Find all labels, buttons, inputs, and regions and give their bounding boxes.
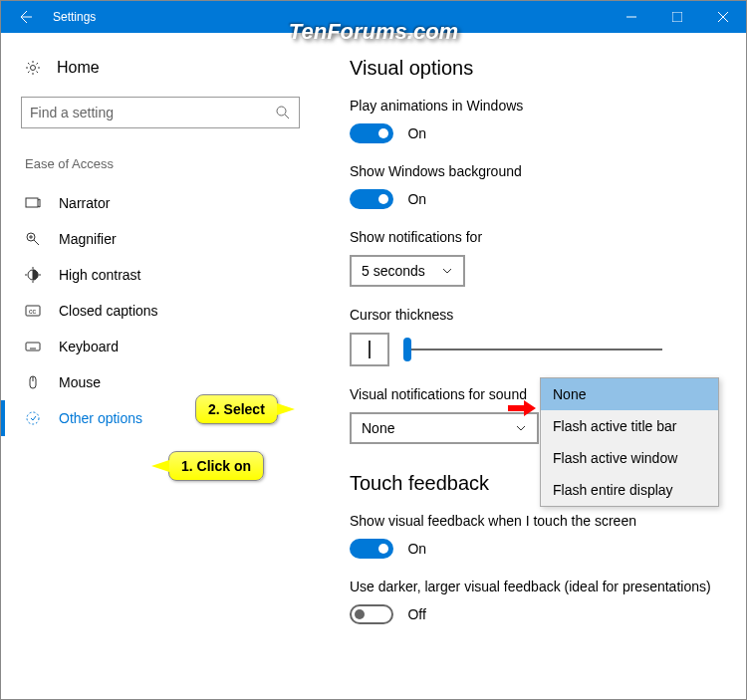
callout-select: 2. Select bbox=[195, 394, 278, 424]
popup-option-flash-titlebar[interactable]: Flash active title bar bbox=[541, 410, 718, 442]
cursor-thickness-label: Cursor thickness bbox=[350, 307, 716, 323]
toggle-state: On bbox=[407, 191, 426, 207]
maximize-button[interactable] bbox=[654, 1, 700, 33]
toggle-state: On bbox=[407, 541, 426, 557]
svg-line-9 bbox=[34, 240, 39, 245]
sidebar-item-narrator[interactable]: Narrator bbox=[21, 185, 300, 221]
mouse-icon bbox=[25, 374, 41, 390]
popup-option-flash-display[interactable]: Flash entire display bbox=[541, 474, 718, 506]
svg-point-26 bbox=[27, 412, 39, 424]
arrow-icon bbox=[508, 400, 536, 416]
notifications-dropdown[interactable]: 5 seconds bbox=[350, 255, 465, 287]
popup-option-none[interactable]: None bbox=[541, 378, 718, 410]
popup-option-flash-window[interactable]: Flash active window bbox=[541, 442, 718, 474]
toggle-state: On bbox=[407, 125, 426, 141]
search-field[interactable] bbox=[30, 105, 275, 120]
sidebar-item-label: Mouse bbox=[59, 374, 101, 390]
notifications-label: Show notifications for bbox=[350, 229, 716, 245]
svg-marker-27 bbox=[508, 400, 536, 416]
contrast-icon bbox=[25, 267, 41, 283]
narrator-icon bbox=[25, 195, 41, 211]
darker-feedback-label: Use darker, larger visual feedback (idea… bbox=[350, 579, 716, 594]
svg-text:cc: cc bbox=[29, 308, 37, 315]
svg-rect-1 bbox=[672, 12, 682, 22]
toggle-state: Off bbox=[407, 606, 425, 622]
svg-line-6 bbox=[285, 115, 289, 118]
sidebar-item-label: Narrator bbox=[59, 195, 110, 211]
svg-point-5 bbox=[277, 107, 286, 116]
main-panel: Visual options Play animations in Window… bbox=[320, 33, 746, 699]
visual-notifications-popup: None Flash active title bar Flash active… bbox=[540, 377, 719, 507]
dropdown-value: 5 seconds bbox=[362, 263, 425, 279]
play-animations-label: Play animations in Windows bbox=[350, 98, 716, 114]
sidebar-item-label: Keyboard bbox=[59, 339, 119, 354]
window-title: Settings bbox=[49, 10, 96, 24]
svg-rect-7 bbox=[26, 198, 38, 207]
svg-rect-19 bbox=[26, 343, 40, 350]
show-background-label: Show Windows background bbox=[350, 163, 716, 179]
back-button[interactable] bbox=[1, 1, 49, 33]
search-input[interactable] bbox=[21, 97, 300, 128]
sidebar-item-high-contrast[interactable]: High contrast bbox=[21, 257, 300, 293]
close-button[interactable] bbox=[700, 1, 746, 33]
category-header: Ease of Access bbox=[21, 156, 300, 171]
sidebar-item-keyboard[interactable]: Keyboard bbox=[21, 329, 300, 364]
search-icon bbox=[275, 105, 291, 120]
chevron-down-icon bbox=[441, 265, 453, 277]
chevron-down-icon bbox=[515, 422, 527, 434]
sidebar-item-label: Closed captions bbox=[59, 303, 158, 319]
minimize-button[interactable] bbox=[609, 1, 654, 33]
home-link[interactable]: Home bbox=[21, 51, 300, 85]
show-background-toggle[interactable] bbox=[350, 189, 393, 209]
play-animations-toggle[interactable] bbox=[350, 123, 393, 143]
window-controls bbox=[609, 1, 746, 33]
other-options-icon bbox=[25, 410, 41, 426]
captions-icon: cc bbox=[25, 303, 41, 319]
callout-click-on: 1. Click on bbox=[168, 451, 264, 481]
home-label: Home bbox=[57, 59, 100, 77]
dropdown-value: None bbox=[362, 420, 394, 436]
sidebar-item-magnifier[interactable]: Magnifier bbox=[21, 221, 300, 257]
touch-feedback-toggle[interactable] bbox=[350, 539, 393, 559]
touch-feedback-label: Show visual feedback when I touch the sc… bbox=[350, 513, 716, 529]
sidebar-item-label: Other options bbox=[59, 410, 142, 426]
cursor-thickness-slider[interactable] bbox=[403, 349, 662, 350]
magnifier-icon bbox=[25, 231, 41, 247]
sidebar-item-closed-captions[interactable]: cc Closed captions bbox=[21, 293, 300, 329]
sidebar: Home Ease of Access Narrator Magnifier H… bbox=[1, 33, 320, 699]
cursor-preview bbox=[350, 333, 389, 366]
sidebar-item-label: High contrast bbox=[59, 267, 140, 283]
gear-icon bbox=[25, 60, 41, 76]
keyboard-icon bbox=[25, 339, 41, 354]
visual-notifications-dropdown[interactable]: None bbox=[350, 412, 539, 444]
svg-point-4 bbox=[31, 66, 36, 71]
darker-feedback-toggle[interactable] bbox=[350, 604, 393, 624]
titlebar: Settings bbox=[1, 1, 746, 33]
visual-options-heading: Visual options bbox=[350, 57, 716, 80]
sidebar-item-label: Magnifier bbox=[59, 231, 117, 247]
